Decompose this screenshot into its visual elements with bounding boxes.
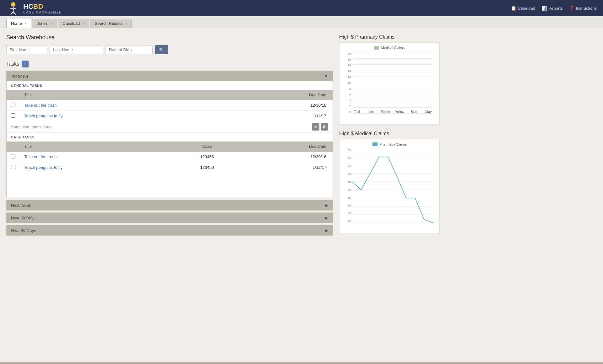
search-title: Search Warehouse: [6, 34, 333, 41]
next-30-label: Next 30 Days: [11, 216, 35, 220]
reports-icon: 📊: [541, 6, 547, 11]
medical-chart-section: High $ Medical Claims Pharmacy Claims 85…: [339, 131, 440, 234]
instructions-icon: ❓: [569, 6, 574, 11]
tasks-header: Tasks +: [6, 61, 333, 67]
y-tick: 14: [348, 70, 351, 73]
case-task-checkbox-1[interactable]: [11, 154, 15, 158]
y-tick: 6: [349, 93, 351, 96]
first-name-input[interactable]: [6, 45, 47, 54]
bar-group: Lime: [366, 109, 376, 114]
line-chart-svg: [352, 149, 433, 223]
tab-home[interactable]: Home ×: [6, 19, 31, 28]
chevron-down-icon: ▼: [324, 73, 328, 78]
medical-chart-container: Pharmacy Claims 85807570656055504540: [339, 139, 440, 234]
task-checkbox-2[interactable]: [11, 113, 15, 118]
pharmacy-legend-label: Medical Claims: [381, 46, 405, 50]
tab-search-results[interactable]: Search Results ×: [90, 19, 132, 28]
y-tick: 2: [349, 104, 351, 108]
tab-home-close[interactable]: ×: [24, 22, 26, 25]
accordion-today-header[interactable]: Today (0) ▼: [7, 71, 333, 81]
bar-group: Gray: [423, 109, 433, 114]
dob-input[interactable]: [106, 45, 153, 54]
add-task-button[interactable]: +: [22, 61, 29, 67]
bar-chart: 20181614121086420TealLimePurpleYellowBlu…: [343, 52, 436, 121]
tabs-bar: Home × Jones × Caseload × Search Results…: [0, 16, 603, 28]
nav-reports-label: Reports: [548, 6, 563, 11]
bar-label: Purple: [381, 110, 390, 114]
last-name-input[interactable]: [50, 45, 103, 54]
y-tick: 75: [348, 164, 351, 168]
case-col-case: Case: [171, 142, 243, 152]
y-tick: 4: [349, 99, 351, 102]
tab-jones-close[interactable]: ×: [50, 22, 52, 25]
task-due-2: 1/12/17: [216, 111, 333, 121]
accordion-next-30: Next 30 Days ▶: [6, 212, 333, 223]
accordion-over-30: Over 30 Days ▶: [6, 225, 333, 236]
search-area: 🔍: [6, 45, 333, 54]
y-tick: 0: [349, 110, 351, 114]
left-panel: Search Warehouse 🔍 Tasks + Today (0) ▼ G…: [6, 34, 333, 356]
logo-text: HCBD CASE MANAGEMENT: [23, 3, 65, 14]
tab-jones[interactable]: Jones ×: [32, 19, 57, 28]
task-checkbox-1[interactable]: [11, 103, 15, 107]
over-30-label: Over 30 Days: [11, 228, 36, 233]
task-link-1[interactable]: Take out the trash: [24, 103, 57, 108]
pharmacy-chart-section: High $ Pharmacy Claims Medical Claims 20…: [339, 34, 440, 125]
bar-label: Lime: [368, 110, 375, 114]
bar-group: Yellow: [395, 109, 405, 114]
svg-line-4: [13, 12, 16, 14]
tab-caseload[interactable]: Caseload ×: [58, 19, 89, 28]
row-actions: ↺ 🗑: [312, 123, 328, 131]
tab-caseload-close[interactable]: ×: [82, 22, 84, 25]
task-due-1: 12/30/16: [216, 100, 333, 111]
case-task-link-1[interactable]: Take out the trash: [24, 154, 57, 159]
medical-chart-title: High $ Medical Claims: [339, 131, 440, 136]
tab-search-results-close[interactable]: ×: [125, 22, 127, 25]
y-tick: 10: [348, 81, 351, 84]
search-button[interactable]: 🔍: [155, 45, 168, 54]
accordion-today-content: GENERAL TASKS Title Due Date: [7, 81, 333, 198]
nav-caseload[interactable]: 📋 Caseload: [511, 6, 535, 11]
y-tick: 70: [348, 172, 351, 175]
y-tick: 80: [348, 157, 351, 160]
case-col-due: Due Date: [243, 142, 333, 152]
tasks-scroll[interactable]: GENERAL TASKS Title Due Date: [7, 81, 333, 198]
refresh-button[interactable]: ↺: [312, 123, 319, 131]
pharmacy-legend-box: [374, 46, 379, 50]
completed-task-row: Some item that's done ↺ 🗑: [7, 121, 333, 133]
table-row: Take out the trash 123456 12/30/16: [7, 152, 333, 162]
next-week-label: Next Week: [11, 203, 31, 208]
y-tick: 85: [348, 149, 351, 152]
general-tasks-table: Title Due Date Take out the trash 12/30/…: [7, 90, 333, 121]
table-row: Teach penguins to fly 123456 1/12/17: [7, 162, 333, 173]
bar-label: Blue: [411, 110, 417, 114]
case-task-case-2: 123456: [171, 162, 243, 173]
bar-chart-y-axis: 20181614121086420: [343, 52, 352, 114]
y-tick: 12: [348, 75, 351, 78]
case-tasks-label: CASE TASKS: [7, 133, 333, 142]
nav-instructions[interactable]: ❓ Instructions: [569, 6, 597, 11]
svg-point-0: [11, 2, 15, 7]
accordion-today: Today (0) ▼ GENERAL TASKS Title Due Date: [6, 71, 333, 198]
delete-button[interactable]: 🗑: [321, 123, 328, 131]
header-nav: 📋 Caseload 📊 Reports ❓ Instructions: [511, 6, 597, 11]
y-tick: 40: [348, 220, 351, 223]
case-tasks-table: Title Case Due Date Take out the trash 1…: [7, 142, 333, 173]
case-task-checkbox-2[interactable]: [11, 165, 15, 169]
nav-reports[interactable]: 📊 Reports: [541, 6, 563, 11]
case-task-link-2[interactable]: Teach penguins to fly: [24, 165, 62, 170]
accordion-over-30-header[interactable]: Over 30 Days ▶: [7, 225, 333, 235]
y-tick: 60: [348, 188, 351, 191]
logo-svg: [6, 1, 20, 15]
task-link-2[interactable]: Teach penguins to fly: [24, 114, 62, 118]
case-task-due-2: 1/12/17: [243, 162, 333, 173]
pharmacy-chart-container: Medical Claims 20181614121086420TealLime…: [339, 42, 440, 125]
y-tick: 50: [348, 204, 351, 207]
table-row: Teach penguins to fly 1/12/17: [7, 111, 333, 121]
logo-bd: BD: [33, 3, 43, 10]
accordion-next-30-header[interactable]: Next 30 Days ▶: [7, 213, 333, 223]
general-col-due: Due Date: [216, 90, 333, 100]
accordion-next-week-header[interactable]: Next Week ▶: [7, 200, 333, 210]
logo-hc: HC: [23, 3, 33, 10]
accordion-next-week: Next Week ▶: [6, 200, 333, 211]
